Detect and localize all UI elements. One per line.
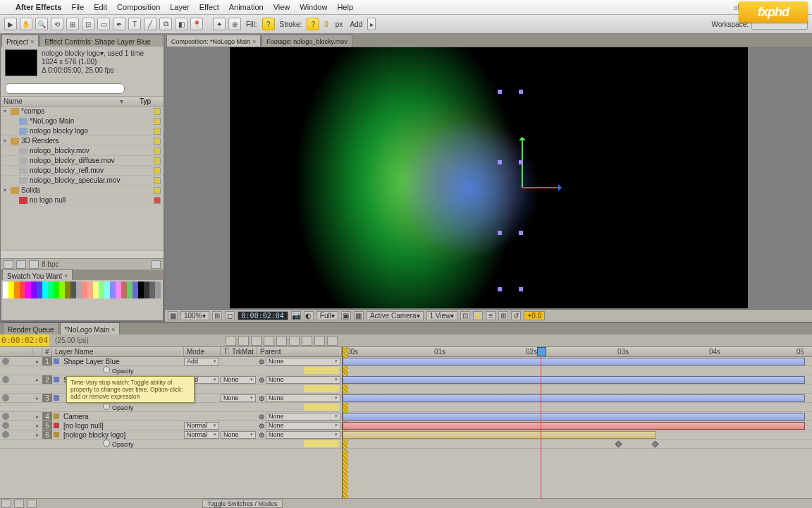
swatch[interactable] [144, 287, 149, 293]
blend-mode-select[interactable]: Add▾ [184, 358, 219, 365]
viewer-timecode[interactable]: 0:00:02:04 [238, 311, 288, 320]
visibility-icon[interactable] [2, 394, 9, 401]
blend-mode-select[interactable]: Normal▾ [184, 422, 219, 430]
swatch[interactable] [59, 282, 65, 287]
swatch[interactable] [121, 282, 127, 287]
menu-help[interactable]: Help [337, 3, 353, 11]
new-folder-icon[interactable] [16, 260, 26, 269]
swatch[interactable] [76, 293, 82, 298]
swatch[interactable] [116, 282, 121, 287]
clone-tool-icon[interactable]: ⧉ [159, 18, 172, 30]
swatch[interactable] [25, 282, 31, 287]
swatch[interactable] [31, 282, 37, 287]
comp-viewer-tab[interactable]: Composition: *NoLogo Main× [166, 35, 261, 47]
twirl-icon[interactable]: ▸ [32, 358, 42, 365]
trkmat-select[interactable]: None▾ [221, 431, 256, 439]
menu-window[interactable]: Window [300, 3, 327, 11]
fill-color-swatch[interactable]: ? [262, 18, 275, 30]
timeline-layer[interactable]: ▸4Camera⊚None▾ [0, 412, 342, 421]
swatch[interactable] [138, 287, 144, 293]
swatch[interactable] [87, 287, 93, 293]
swatch[interactable] [133, 293, 138, 298]
swatch[interactable] [65, 293, 70, 298]
col-parent[interactable]: Parent [257, 347, 342, 356]
swatch[interactable] [82, 282, 87, 287]
trkmat-select[interactable]: None▾ [221, 394, 256, 402]
trkmat-select[interactable]: None▾ [221, 376, 256, 384]
swatch[interactable] [127, 287, 133, 293]
swatch[interactable] [121, 293, 127, 298]
swatch[interactable] [76, 282, 82, 287]
composition-viewer[interactable] [230, 47, 748, 308]
interpret-footage-icon[interactable] [4, 260, 13, 269]
swatch[interactable] [104, 293, 110, 298]
draft3d-icon[interactable] [251, 336, 262, 346]
swatch[interactable] [144, 293, 149, 298]
stopwatch-icon[interactable] [103, 366, 110, 373]
project-columns[interactable]: Name ▾ Typ [1, 96, 164, 107]
swatch[interactable] [149, 282, 155, 287]
timeline-track[interactable] [343, 421, 812, 430]
current-time-indicator[interactable] [541, 347, 541, 498]
layer-color[interactable] [54, 423, 59, 428]
timeline-track[interactable] [343, 366, 812, 375]
timeline-track[interactable] [343, 375, 812, 385]
swatch[interactable] [37, 282, 42, 287]
layer-bar[interactable] [343, 376, 805, 384]
swatch[interactable] [8, 293, 14, 298]
swatch[interactable] [14, 282, 20, 287]
swatch[interactable] [82, 287, 87, 293]
pixel-aspect-icon[interactable]: ⊡ [460, 311, 470, 320]
swatch-panel[interactable] [1, 280, 164, 321]
safe-zones-icon[interactable]: ⊞ [212, 311, 222, 320]
swatch[interactable] [155, 293, 161, 298]
mask-toggle-icon[interactable]: ◻ [225, 311, 235, 320]
project-tab[interactable]: Project× [1, 35, 39, 47]
swatch[interactable] [82, 293, 87, 298]
app-name[interactable]: After Effects [16, 3, 61, 11]
swatch[interactable] [65, 282, 70, 287]
parent-select[interactable]: None▾ [266, 422, 340, 430]
shy-icon[interactable] [264, 336, 274, 346]
close-icon[interactable]: × [252, 38, 256, 45]
stopwatch-icon[interactable] [103, 440, 110, 447]
world-axis-icon[interactable]: ⊕ [228, 18, 241, 30]
swatch[interactable] [20, 287, 25, 293]
camera-tool-icon[interactable]: ⊞ [66, 18, 79, 30]
swatch-tab[interactable]: Swatch You Want× [2, 269, 73, 281]
camera-select[interactable]: Active Camera ▾ [367, 311, 424, 320]
twirl-icon[interactable]: ▸ [32, 413, 42, 420]
visibility-icon[interactable] [2, 358, 9, 365]
swatch[interactable] [110, 293, 116, 298]
menu-layer[interactable]: Layer [170, 3, 190, 11]
layer-bar[interactable] [343, 422, 805, 430]
swatch[interactable] [14, 287, 20, 293]
flowchart-icon[interactable]: ⊞ [498, 311, 508, 320]
swatch[interactable] [3, 293, 8, 298]
reset-exposure-icon[interactable]: ↺ [511, 311, 521, 320]
time-ruler[interactable]: 00s 01s 02s 03s 04s 05 [343, 347, 812, 357]
swatch[interactable] [127, 282, 133, 287]
close-icon[interactable]: × [30, 38, 34, 45]
twirl-icon[interactable]: ▸ [32, 432, 42, 438]
swatch[interactable] [59, 293, 65, 298]
swatch[interactable] [25, 293, 31, 298]
rotate-tool-icon[interactable]: ⟲ [51, 18, 63, 30]
fast-preview-icon[interactable]: ⚡ [473, 311, 483, 320]
menu-file[interactable]: File [71, 3, 84, 11]
keyframe-icon[interactable] [615, 441, 622, 448]
timeline-track[interactable] [343, 412, 812, 421]
swatch[interactable] [31, 293, 37, 298]
selection-tool-icon[interactable]: ▶ [4, 18, 17, 30]
twirl-icon[interactable]: ▸ [32, 395, 42, 401]
timeline-comp-tab[interactable]: *NoLogo Main× [60, 322, 121, 334]
timeline-track[interactable] [343, 440, 812, 449]
timeline-layer[interactable]: ▸5[no logo null]Normal▾⊚None▾ [0, 421, 342, 430]
layer-color[interactable] [54, 413, 59, 419]
swatch[interactable] [54, 282, 59, 287]
views-select[interactable]: 1 View ▾ [426, 311, 458, 320]
layer-color[interactable] [54, 377, 59, 382]
swatch[interactable] [93, 287, 99, 293]
swatch[interactable] [93, 293, 99, 298]
timeline-timecode[interactable]: 0:00:02:04 [0, 334, 49, 346]
